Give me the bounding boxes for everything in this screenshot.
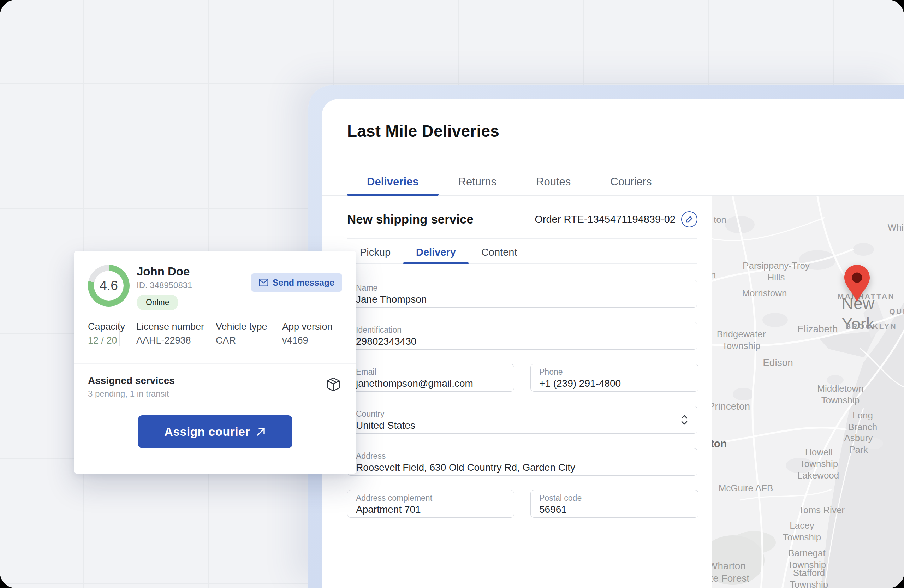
status-badge: Online (137, 294, 178, 310)
tab-routes[interactable]: Routes (516, 169, 590, 195)
courier-id: ID. 348950831 (137, 280, 192, 290)
subtab-delivery[interactable]: Delivery (403, 241, 469, 264)
tab-couriers[interactable]: Couriers (590, 169, 671, 195)
page-title: Last Mile Deliveries (347, 122, 499, 141)
map-place-label: Long Branch (842, 409, 883, 433)
assigned-services: Assigned services 3 pending, 1 in transi… (88, 375, 175, 399)
postal-code-field[interactable]: Postal code 56961 (530, 490, 699, 518)
chevron-up-down-icon (680, 414, 689, 427)
send-message-button[interactable]: Send message (251, 273, 342, 292)
address-complement-field[interactable]: Address complement Apartment 701 (347, 490, 514, 518)
rating-value: 4.6 (88, 265, 130, 307)
map-place-label: Edison (763, 356, 793, 369)
map-place-label: n (711, 269, 716, 281)
map-place-label: Parsippany-Troy Hills (743, 260, 810, 283)
main-tab-bar: Deliveries Returns Routes Couriers (322, 169, 904, 196)
map-place-label: McGuire AFB (719, 482, 773, 494)
pencil-icon (685, 215, 694, 224)
card-divider (74, 363, 356, 364)
map-view[interactable]: tonWhitenParsippany-Troy HillsMorristown… (711, 196, 904, 588)
tab-returns[interactable]: Returns (439, 169, 517, 195)
map-place-label: Morristown (742, 288, 787, 299)
map-place-label: ton (714, 214, 726, 226)
address-field[interactable]: Address Roosevelt Field, 630 Old Country… (347, 448, 697, 476)
stat-app-version: App version v4169 (282, 321, 333, 346)
envelope-icon (259, 279, 269, 286)
map-place-label: Middletown Township (817, 383, 864, 406)
courier-name: John Doe (137, 265, 190, 278)
phone-field[interactable]: Phone +1 (239) 291-4800 (530, 364, 699, 392)
order-number: Order RTE-1345471194839-02 (535, 213, 675, 225)
tab-deliveries[interactable]: Deliveries (347, 169, 439, 195)
stat-capacity: Capacity 12 / 20 (88, 321, 120, 346)
email-field[interactable]: Email janethompson@gmail.com (347, 364, 514, 392)
map-place-label: Lakewood (797, 470, 839, 481)
app-window: Last Mile Deliveries Deliveries Returns … (0, 0, 904, 588)
identification-field[interactable]: Identification 29802343430 (347, 322, 697, 349)
edit-order-button[interactable] (681, 211, 697, 228)
map-place-label: White (888, 222, 904, 234)
map-pin-icon (843, 264, 871, 303)
map-place-label: ton (711, 437, 727, 450)
name-field[interactable]: Name Jane Thompson (347, 280, 697, 308)
map-place-label: Wharton ate Forest (711, 560, 749, 585)
modal-frame: Last Mile Deliveries Deliveries Returns … (308, 85, 904, 588)
section-divider (347, 238, 697, 239)
map-place-label: QUEE (889, 307, 904, 316)
rating-donut: 4.6 (88, 265, 130, 307)
delivery-form: Name Jane Thompson Identification 298023… (347, 280, 697, 518)
map-place-label: Bridgewater Township (717, 329, 766, 351)
section-title: New shipping service (347, 212, 474, 226)
map-place-label: Howell Township (800, 446, 838, 469)
shipping-form-column: New shipping service Order RTE-134547119… (322, 196, 711, 588)
map-place-label: Stafford Township (790, 567, 828, 588)
arrow-up-right-icon (256, 427, 266, 437)
map-place-label: Princeton (711, 400, 750, 413)
shipping-sub-tab-bar: Pickup Delivery Content (347, 241, 697, 264)
package-icon (325, 376, 341, 393)
courier-stats: Capacity 12 / 20 License number AAHL-229… (74, 321, 333, 346)
map-place-label: Lacey Township (783, 520, 821, 543)
map-place-label: Toms River (799, 504, 845, 516)
deliveries-panel: Last Mile Deliveries Deliveries Returns … (322, 99, 904, 588)
assign-courier-button[interactable]: Assign courier (138, 415, 292, 448)
stat-license-number: License number AAHL-22938 (136, 321, 216, 346)
subtab-content[interactable]: Content (469, 241, 530, 264)
map-place-label: Elizabeth (797, 323, 838, 335)
map-place-label: BROOKLYN (846, 322, 897, 331)
country-select[interactable]: Country United States (347, 406, 697, 434)
stat-vehicle-type: Vehicle type CAR (216, 321, 282, 346)
courier-card: 4.6 John Doe ID. 348950831 Online Send m… (74, 251, 356, 474)
map-place-label: Asbury Park (836, 432, 881, 455)
